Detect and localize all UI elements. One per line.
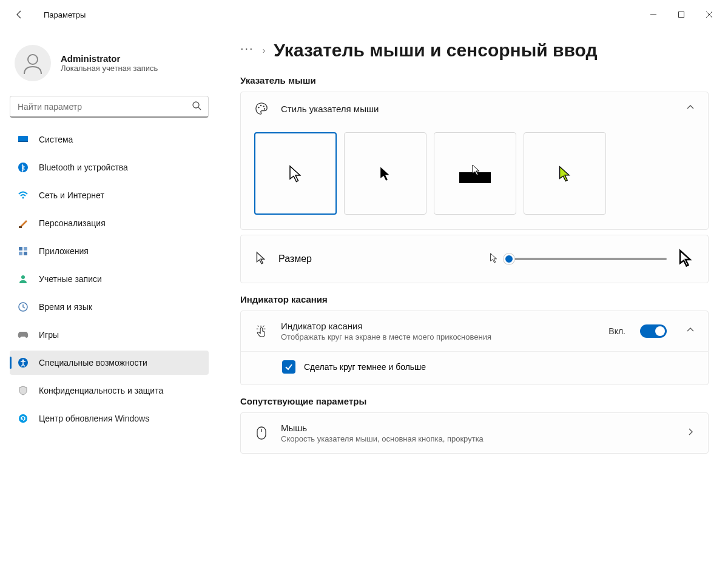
nav-item-label: Система	[39, 135, 73, 144]
breadcrumb-more[interactable]: ···	[240, 41, 254, 60]
person-icon	[17, 273, 29, 285]
mouse-link-card[interactable]: Мышь Скорость указателя мыши, основная к…	[240, 412, 709, 454]
size-title: Размер	[278, 254, 312, 264]
svg-rect-10	[19, 247, 22, 250]
nav-item-wifi[interactable]: Сеть и Интернет	[10, 183, 209, 207]
slider-thumb[interactable]	[504, 254, 514, 264]
touch-icon	[254, 324, 269, 338]
svg-rect-1	[679, 12, 684, 18]
darker-circle-label: Сделать круг темнее и больше	[304, 362, 426, 372]
account-name: Administrator	[61, 53, 158, 64]
wifi-icon	[17, 189, 29, 201]
svg-point-17	[22, 360, 24, 361]
pointer-style-card: Стиль указателя мыши	[240, 92, 709, 230]
touch-indicator-row[interactable]: Индикатор касания Отображать круг на экр…	[241, 311, 708, 351]
section-pointer-title: Указатель мыши	[240, 75, 709, 86]
chevron-right-icon: ›	[263, 45, 266, 55]
monitor-icon	[17, 133, 29, 146]
account-sub: Локальная учетная запись	[61, 64, 158, 73]
sidebar: Administrator Локальная учетная запись С…	[0, 29, 218, 561]
svg-point-22	[264, 108, 265, 109]
touch-indicator-sub: Отображать круг на экране в месте моего …	[281, 332, 491, 341]
touch-indicator-toggle[interactable]	[640, 324, 667, 338]
nav-item-label: Bluetooth и устройства	[39, 163, 128, 172]
nav-item-label: Игры	[39, 330, 59, 340]
svg-rect-13	[24, 252, 27, 255]
cursor-small-icon	[488, 252, 499, 266]
svg-rect-6	[18, 141, 28, 142]
nav-item-time[interactable]: Время и язык	[10, 295, 209, 319]
chevron-up-icon	[686, 326, 695, 337]
pointer-style-white[interactable]	[254, 132, 337, 215]
pointer-style-header[interactable]: Стиль указателя мыши	[241, 92, 708, 125]
chevron-right-icon	[686, 428, 695, 438]
pointer-style-black[interactable]	[344, 132, 426, 215]
svg-point-21	[263, 106, 264, 107]
nav-item-label: Специальные возможности	[39, 358, 147, 368]
size-card: Размер	[240, 235, 709, 283]
back-button[interactable]	[10, 5, 29, 24]
svg-point-14	[21, 275, 25, 279]
avatar	[15, 45, 51, 81]
nav-item-games[interactable]: Игры	[10, 323, 209, 347]
minimize-button[interactable]	[639, 5, 667, 24]
nav-item-monitor[interactable]: Система	[10, 127, 209, 152]
window-title: Параметры	[44, 10, 86, 19]
svg-point-8	[22, 197, 24, 199]
nav-item-bluetooth[interactable]: Bluetooth и устройства	[10, 155, 209, 180]
shield-icon	[17, 385, 29, 397]
svg-rect-12	[19, 252, 22, 255]
nav-item-label: Центр обновления Windows	[39, 414, 149, 423]
apps-icon	[17, 245, 29, 257]
update-icon	[17, 412, 29, 425]
pointer-style-custom[interactable]	[524, 132, 606, 215]
nav-item-label: Конфиденциальность и защита	[39, 386, 163, 395]
mouse-icon	[254, 426, 269, 440]
svg-line-4	[198, 107, 201, 110]
svg-rect-9	[19, 226, 22, 228]
pointer-style-title: Стиль указателя мыши	[281, 104, 379, 114]
mouse-link-sub: Скорость указателя мыши, основная кнопка…	[281, 434, 484, 443]
size-slider[interactable]	[509, 258, 667, 260]
nav-item-accessibility[interactable]: Специальные возможности	[10, 351, 209, 375]
nav-item-label: Время и язык	[39, 302, 92, 312]
search-input[interactable]	[10, 96, 209, 118]
games-icon	[17, 329, 29, 341]
pointer-style-inverted[interactable]	[434, 132, 516, 215]
darker-circle-checkbox[interactable]	[282, 360, 295, 374]
nav-item-label: Учетные записи	[39, 274, 102, 284]
nav-item-update[interactable]: Центр обновления Windows	[10, 406, 209, 431]
svg-point-18	[19, 414, 27, 423]
svg-rect-23	[459, 172, 491, 183]
pointer-style-options	[241, 125, 708, 229]
svg-rect-11	[24, 247, 27, 250]
brush-icon	[17, 217, 29, 229]
section-related-title: Сопутствующие параметры	[240, 396, 709, 406]
palette-icon	[254, 102, 269, 115]
touch-indicator-card: Индикатор касания Отображать круг на экр…	[240, 311, 709, 385]
maximize-button[interactable]	[667, 5, 695, 24]
close-button[interactable]	[695, 5, 723, 24]
nav-item-label: Сеть и Интернет	[39, 190, 104, 200]
account-block[interactable]: Administrator Локальная учетная запись	[10, 40, 209, 92]
toggle-state-label: Вкл.	[608, 326, 625, 336]
main-content: ··· › Указатель мыши и сенсорный ввод Ук…	[218, 29, 728, 561]
darker-circle-row[interactable]: Сделать круг темнее и больше	[241, 351, 708, 385]
search-box[interactable]	[10, 96, 209, 118]
page-title: Указатель мыши и сенсорный ввод	[274, 40, 597, 61]
nav-item-label: Приложения	[39, 246, 89, 256]
svg-point-2	[28, 55, 38, 64]
nav-item-apps[interactable]: Приложения	[10, 239, 209, 263]
titlebar: Параметры	[0, 0, 728, 29]
time-icon	[17, 301, 29, 313]
nav: СистемаBluetooth и устройстваСеть и Инте…	[10, 127, 209, 431]
breadcrumb: ··· › Указатель мыши и сенсорный ввод	[240, 40, 709, 61]
nav-item-brush[interactable]: Персонализация	[10, 211, 209, 235]
nav-item-shield[interactable]: Конфиденциальность и защита	[10, 378, 209, 403]
svg-point-20	[260, 105, 261, 106]
nav-item-person[interactable]: Учетные записи	[10, 267, 209, 291]
cursor-large-icon	[676, 249, 695, 269]
nav-item-label: Персонализация	[39, 218, 106, 228]
section-touch-title: Индикатор касания	[240, 294, 709, 304]
cursor-icon	[254, 251, 268, 267]
